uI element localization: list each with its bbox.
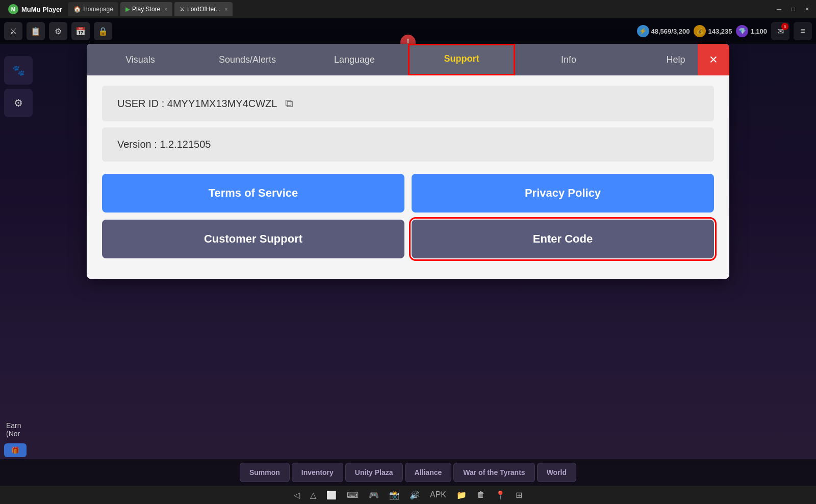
sys-back-icon[interactable]: ◁ — [294, 490, 300, 500]
app-name: MuMu Player — [21, 6, 62, 13]
close-button[interactable]: × — [802, 5, 812, 14]
user-id-label: USER ID : 4MYY1MX13MY4CWZL — [117, 98, 277, 110]
terms-of-service-button[interactable]: Terms of Service — [102, 174, 404, 213]
game-label: LordOfHer... — [187, 6, 220, 13]
tab-homepage[interactable]: 🏠 Homepage — [68, 2, 118, 16]
dialog-content: USER ID : 4MYY1MX13MY4CWZL ⧉ Version : 1… — [87, 75, 729, 279]
tab-close-playstore[interactable]: × — [164, 7, 167, 12]
logo-icon: M — [8, 4, 18, 14]
action-buttons-grid: Terms of Service Privacy Policy Customer… — [102, 174, 714, 258]
dialog-backdrop: Visuals Sounds/Alerts Language Support I… — [0, 18, 816, 486]
sys-apk-icon[interactable]: APK — [430, 490, 446, 499]
copy-button[interactable]: ⧉ — [285, 97, 293, 110]
version-row: Version : 1.2.121505 — [102, 127, 714, 162]
homepage-icon: 🏠 — [73, 6, 81, 13]
sys-trash-icon[interactable]: 🗑 — [477, 490, 485, 499]
tab-info[interactable]: Info — [515, 44, 622, 75]
homepage-label: Homepage — [83, 6, 113, 13]
dialog-close-button[interactable]: × — [698, 44, 729, 75]
tab-sounds[interactable]: Sounds/Alerts — [194, 44, 301, 75]
sys-keyboard-icon[interactable]: ⌨ — [347, 490, 359, 500]
privacy-policy-button[interactable]: Privacy Policy — [412, 174, 714, 213]
tab-visuals[interactable]: Visuals — [87, 44, 194, 75]
sys-files-icon[interactable]: 📁 — [456, 490, 467, 500]
restore-button[interactable]: □ — [788, 5, 798, 14]
user-id-row: USER ID : 4MYY1MX13MY4CWZL ⧉ — [102, 86, 714, 121]
enter-code-button[interactable]: Enter Code — [412, 220, 714, 258]
app-logo: M MuMu Player — [4, 4, 66, 14]
tab-game[interactable]: ⚔ LordOfHer... × — [174, 2, 233, 16]
dialog-tab-bar: Visuals Sounds/Alerts Language Support I… — [87, 44, 729, 75]
sys-grid-icon[interactable]: ⊞ — [516, 490, 522, 500]
game-icon: ⚔ — [180, 6, 185, 13]
playstore-label: Play Store — [132, 6, 160, 13]
system-bottombar: ◁ △ ⬜ ⌨ 🎮 📸 🔊 APK 📁 🗑 📍 ⊞ — [0, 486, 816, 504]
version-label: Version : 1.2.121505 — [117, 139, 211, 150]
window-controls: ─ □ × — [774, 5, 812, 14]
tab-playstore[interactable]: ▶ Play Store × — [120, 2, 172, 16]
sys-home-icon[interactable]: △ — [310, 490, 316, 500]
taskbar: M MuMu Player 🏠 Homepage ▶ Play Store × … — [0, 0, 816, 18]
tab-close-game[interactable]: × — [224, 7, 227, 12]
sys-record-icon[interactable]: ⬜ — [326, 490, 337, 500]
playstore-icon: ▶ — [125, 6, 130, 13]
minimize-button[interactable]: ─ — [774, 5, 784, 14]
customer-support-button[interactable]: Customer Support — [102, 220, 404, 258]
tab-support[interactable]: Support — [408, 44, 515, 75]
sys-gamepad-icon[interactable]: 🎮 — [369, 490, 379, 500]
tab-language[interactable]: Language — [301, 44, 408, 75]
sys-volume-icon[interactable]: 🔊 — [410, 490, 420, 500]
sys-location-icon[interactable]: 📍 — [495, 490, 505, 500]
settings-dialog: Visuals Sounds/Alerts Language Support I… — [87, 44, 729, 279]
sys-screenshot-icon[interactable]: 📸 — [389, 490, 399, 500]
